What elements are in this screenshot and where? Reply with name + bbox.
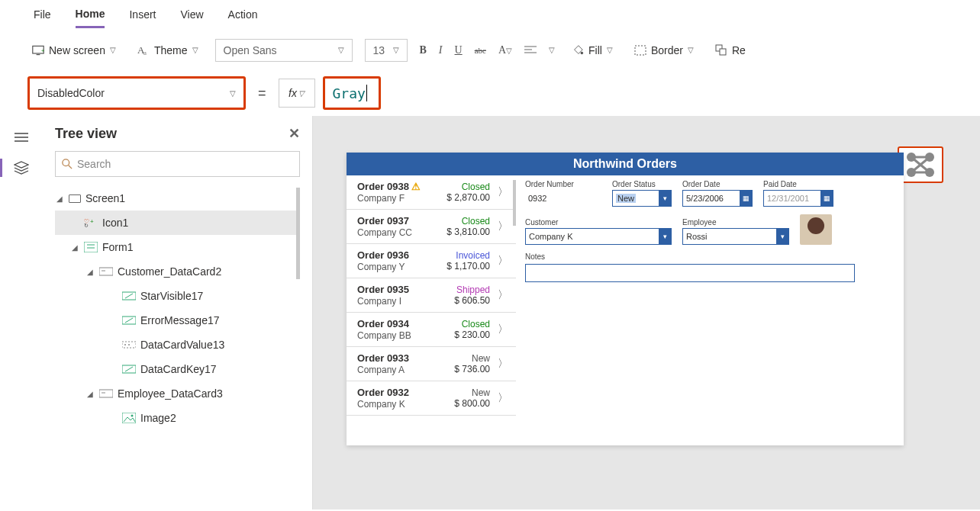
tree-node-key[interactable]: DataCardKey17 bbox=[55, 357, 300, 381]
svg-rect-23 bbox=[99, 268, 113, 275]
notes-label: Notes bbox=[525, 252, 895, 261]
form-icon bbox=[84, 242, 98, 252]
tree-view-panel: Tree view ✕ Search ◢ Screen1 ♡+↻ Icon1 ◢… bbox=[43, 116, 313, 509]
menu-insert[interactable]: Insert bbox=[129, 8, 156, 27]
strike-button[interactable]: abc bbox=[475, 46, 486, 55]
size-select[interactable]: 13 ▽ bbox=[365, 39, 408, 62]
caret-icon: ◢ bbox=[87, 390, 95, 398]
formula-input[interactable]: Gray bbox=[323, 76, 381, 110]
label-icon bbox=[122, 315, 136, 326]
calendar-icon: ▦ bbox=[740, 190, 752, 207]
bold-button[interactable]: B bbox=[420, 44, 427, 56]
hamburger-icon[interactable] bbox=[14, 130, 29, 145]
new-screen-button[interactable]: + New screen ▽ bbox=[27, 41, 121, 59]
order-status-select[interactable]: New▾ bbox=[612, 190, 672, 207]
order-item[interactable]: Order 0933Company ANew$ 736.00〉 bbox=[347, 347, 516, 381]
svg-rect-20 bbox=[84, 242, 98, 252]
tree-node-err[interactable]: ErrorMessage17 bbox=[55, 308, 300, 333]
order-date-field[interactable]: 5/23/2006▦ bbox=[682, 190, 753, 207]
align-icon[interactable] bbox=[524, 44, 537, 56]
label-icon bbox=[122, 364, 136, 374]
menu-file[interactable]: File bbox=[34, 8, 51, 27]
tree-node-form1[interactable]: ◢ Form1 bbox=[55, 235, 300, 259]
font-color-button[interactable]: A▽ bbox=[498, 44, 512, 56]
reorder-button[interactable]: Re bbox=[711, 41, 750, 59]
connected-dots-icon bbox=[904, 151, 937, 178]
formula-value: Gray bbox=[333, 85, 366, 101]
tree-node-screen1[interactable]: ◢ Screen1 bbox=[55, 186, 300, 211]
menubar: File Home Insert View Action bbox=[0, 0, 980, 31]
label-icon bbox=[122, 291, 136, 301]
node-label: Customer_DataCard2 bbox=[118, 265, 221, 278]
menu-view[interactable]: View bbox=[180, 8, 203, 27]
theme-button[interactable]: Aa Theme ▽ bbox=[133, 41, 203, 59]
selected-icon-badge[interactable] bbox=[898, 146, 943, 183]
svg-rect-11 bbox=[720, 49, 726, 55]
customer-select[interactable]: Company K▾ bbox=[525, 228, 672, 245]
search-input[interactable]: Search bbox=[55, 151, 300, 177]
scrollbar[interactable] bbox=[296, 188, 300, 279]
fill-button[interactable]: Fill ▽ bbox=[567, 41, 617, 59]
equals-sign: = bbox=[258, 85, 266, 101]
menu-home[interactable]: Home bbox=[76, 8, 105, 28]
underline-button[interactable]: U bbox=[455, 44, 463, 56]
order-number-label: Order Number bbox=[525, 180, 601, 188]
chevron-right-icon: 〉 bbox=[498, 254, 508, 268]
search-placeholder: Search bbox=[77, 158, 111, 170]
order-list[interactable]: Order 0938⚠Company FClosed$ 2,870.00〉Ord… bbox=[347, 175, 516, 445]
tree-node-star[interactable]: StarVisible17 bbox=[55, 284, 300, 308]
order-item[interactable]: Order 0935Company IShipped$ 606.50〉 bbox=[347, 278, 516, 313]
chevron-down-icon: ▽ bbox=[110, 46, 116, 54]
tree-node-val[interactable]: DataCardValue13 bbox=[55, 333, 300, 357]
font-select[interactable]: Open Sans ▽ bbox=[215, 39, 353, 62]
fill-icon bbox=[572, 44, 584, 56]
tree-node-cust[interactable]: ◢ Customer_DataCard2 bbox=[55, 259, 300, 284]
order-item[interactable]: Order 0932Company KNew$ 800.00〉 bbox=[347, 381, 516, 416]
border-label: Border bbox=[651, 44, 683, 56]
notes-input[interactable] bbox=[525, 264, 855, 282]
close-icon[interactable]: ✕ bbox=[289, 125, 300, 142]
customer-label: Customer bbox=[525, 218, 672, 227]
node-label: Employee_DataCard3 bbox=[118, 387, 223, 400]
tree-node-emp[interactable]: ◢ Employee_DataCard3 bbox=[55, 381, 300, 406]
chevron-down-icon: ▽ bbox=[393, 46, 399, 54]
layers-icon[interactable] bbox=[14, 160, 29, 175]
order-item[interactable]: Order 0937Company CCClosed$ 3,810.00〉 bbox=[347, 210, 516, 244]
menu-action[interactable]: Action bbox=[228, 8, 258, 27]
screen-icon bbox=[69, 194, 81, 203]
order-date-label: Order Date bbox=[682, 180, 753, 188]
app-preview: Northwind Orders Order 0938⚠Company FClo… bbox=[347, 153, 904, 445]
svg-rect-9 bbox=[635, 46, 646, 55]
node-label: ErrorMessage17 bbox=[140, 314, 220, 326]
caret-icon: ◢ bbox=[56, 194, 64, 203]
paid-date-label: Paid Date bbox=[763, 180, 833, 188]
size-value: 13 bbox=[373, 44, 385, 56]
svg-text:a: a bbox=[143, 49, 147, 56]
chevron-down-icon: ▽ bbox=[230, 89, 236, 98]
warning-icon: ⚠ bbox=[411, 181, 421, 192]
calendar-icon: ▦ bbox=[820, 190, 833, 207]
order-item[interactable]: Order 0936Company YInvoiced$ 1,170.00〉 bbox=[347, 244, 516, 278]
tree-node-img[interactable]: Image2 bbox=[55, 406, 300, 430]
italic-button[interactable]: I bbox=[439, 44, 443, 56]
paid-date-field[interactable]: 12/31/2001▦ bbox=[763, 190, 833, 207]
tree-node-icon1[interactable]: ♡+↻ Icon1 bbox=[55, 211, 300, 235]
property-select[interactable]: DisabledColor ▽ bbox=[27, 76, 246, 110]
order-item[interactable]: Order 0934Company BBClosed$ 230.00〉 bbox=[347, 313, 516, 347]
border-icon bbox=[634, 44, 646, 56]
chevron-down-icon: ▾ bbox=[659, 228, 671, 245]
scrollbar[interactable] bbox=[513, 180, 516, 226]
employee-select[interactable]: Rossi▾ bbox=[682, 228, 789, 245]
svg-point-40 bbox=[925, 153, 934, 162]
node-label: Form1 bbox=[102, 241, 133, 253]
node-label: StarVisible17 bbox=[140, 290, 203, 302]
text-cursor bbox=[366, 85, 367, 101]
node-label: DataCardKey17 bbox=[140, 363, 217, 375]
chevron-right-icon: 〉 bbox=[498, 288, 508, 302]
chevron-right-icon: 〉 bbox=[498, 185, 508, 199]
theme-label: Theme bbox=[154, 44, 188, 56]
work-area: Tree view ✕ Search ◢ Screen1 ♡+↻ Icon1 ◢… bbox=[0, 116, 980, 509]
order-item[interactable]: Order 0938⚠Company FClosed$ 2,870.00〉 bbox=[347, 175, 516, 210]
border-button[interactable]: Border ▽ bbox=[630, 41, 698, 59]
fx-button[interactable]: fx ▽ bbox=[279, 79, 315, 108]
